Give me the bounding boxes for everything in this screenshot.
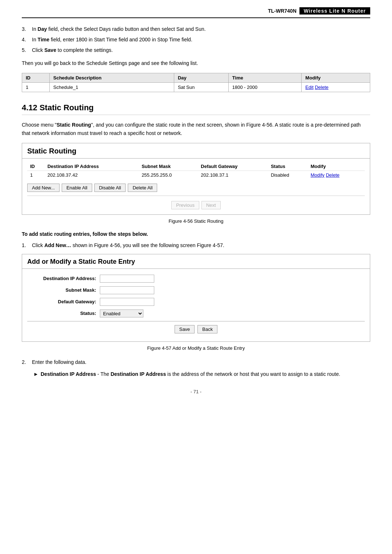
gateway-label: Default Gateway: <box>27 299 100 304</box>
rt-col-dest: Destination IP Address <box>45 162 139 171</box>
header-title: Wireless Lite N Router <box>299 7 370 15</box>
routing-row: 1 202.108.37.42 255.255.255.0 202.108.37… <box>27 171 365 180</box>
figure56-caption: Figure 4-56 Static Routing <box>22 218 370 224</box>
enable-all-button[interactable]: Enable All <box>62 184 92 192</box>
gateway-input[interactable] <box>100 298 154 306</box>
header-model: TL-WR740N <box>268 8 297 14</box>
rt-row-modify: Modify Delete <box>308 171 365 180</box>
rt-row-status: Disabled <box>268 171 308 180</box>
delete-link[interactable]: Delete <box>315 85 328 90</box>
col-modify: Modify <box>302 73 370 83</box>
routing-table: ID Destination IP Address Subnet Mask De… <box>27 162 365 179</box>
status-label: Status: <box>27 311 100 316</box>
dest-ip-input[interactable] <box>100 275 154 283</box>
edit-link[interactable]: Edit <box>305 85 313 90</box>
rt-delete-link[interactable]: Delete <box>326 172 340 178</box>
page-header: TL-WR740N Wireless Lite N Router <box>22 7 370 18</box>
schedule-table: ID Schedule Description Day Time Modify … <box>22 73 370 92</box>
rt-col-gateway: Default Gateway <box>198 162 268 171</box>
next-button[interactable]: Next <box>201 201 221 209</box>
pagination-nav: Previous Next <box>27 199 365 211</box>
bullet-arrow-icon: ► <box>32 370 41 378</box>
status-select[interactable]: Enabled Disabled <box>100 309 143 317</box>
subnet-row: Subnet Mask: <box>27 286 365 294</box>
action-buttons: Add New... Enable All Disable All Delete… <box>27 184 365 192</box>
disable-all-button[interactable]: Disable All <box>94 184 126 192</box>
previous-button[interactable]: Previous <box>171 201 199 209</box>
row-day: Sat Sun <box>174 83 228 92</box>
steps-top-list: 3. In Day field, check the Select Days r… <box>22 25 370 54</box>
row-id: 1 <box>22 83 50 92</box>
row-time: 1800 - 2000 <box>228 83 302 92</box>
row-modify: Edit Delete <box>302 83 370 92</box>
rt-row-gateway: 202.108.37.1 <box>198 171 268 180</box>
step-3: 3. In Day field, check the Select Days r… <box>22 25 370 33</box>
table-row: 1 Schedule_1 Sat Sun 1800 - 2000 Edit De… <box>22 83 370 92</box>
dest-ip-row: Destination IP Address: <box>27 275 365 283</box>
rt-row-id: 1 <box>27 171 45 180</box>
status-row: Status: Enabled Disabled <box>27 309 365 317</box>
form-panel-body: Destination IP Address: Subnet Mask: Def… <box>22 269 370 341</box>
steps-heading: To add static routing entries, follow th… <box>22 231 370 237</box>
save-button[interactable]: Save <box>175 325 195 333</box>
static-routing-panel: Static Routing ID Destination IP Address… <box>22 143 370 215</box>
panel-body: ID Destination IP Address Subnet Mask De… <box>22 159 370 214</box>
col-id: ID <box>22 73 50 83</box>
step-4: 4. In Time field, enter 1800 in Start Ti… <box>22 36 370 44</box>
section-heading: 4.12 Static Routing <box>22 103 370 115</box>
dest-ip-label: Destination IP Address: <box>27 276 100 281</box>
step-1: 1. Click Add New… shown in Figure 4-56, … <box>22 241 370 249</box>
form-panel-title: Add or Modify a Static Route Entry <box>22 254 370 269</box>
rt-row-subnet: 255.255.255.0 <box>139 171 198 180</box>
step-2: 2. Enter the following data. <box>22 358 370 366</box>
page-footer: - 71 - <box>22 389 370 394</box>
rt-col-modify: Modify <box>308 162 365 171</box>
step-5: 5. Click Save to complete the settings. <box>22 46 370 54</box>
step2-text: Enter the following data. <box>32 358 86 366</box>
col-description: Schedule Description <box>49 73 174 83</box>
gateway-row: Default Gateway: <box>27 298 365 306</box>
modify-link[interactable]: Modify <box>311 172 324 178</box>
schedule-intro: Then you will go back to the Schedule Se… <box>22 59 370 67</box>
rt-col-status: Status <box>268 162 308 171</box>
form-buttons: Save Back <box>27 321 365 336</box>
row-description: Schedule_1 <box>49 83 174 92</box>
static-routing-intro: Choose menu "Static Routing", and you ca… <box>22 121 370 137</box>
panel-title: Static Routing <box>22 143 370 159</box>
subnet-label: Subnet Mask: <box>27 287 100 293</box>
delete-all-button[interactable]: Delete All <box>128 184 157 192</box>
back-button[interactable]: Back <box>197 325 217 333</box>
figure57-caption: Figure 4-57 Add or Modify a Static Route… <box>22 345 370 351</box>
add-new-button[interactable]: Add New... <box>27 184 60 192</box>
rt-col-id: ID <box>27 162 45 171</box>
page-number: - 71 - <box>191 389 201 394</box>
subnet-input[interactable] <box>100 286 154 294</box>
col-day: Day <box>174 73 228 83</box>
rt-col-subnet: Subnet Mask <box>139 162 198 171</box>
col-time: Time <box>228 73 302 83</box>
bullet-dest-ip: ► Destination IP Address - The Destinati… <box>32 370 370 378</box>
rt-row-dest: 202.108.37.42 <box>45 171 139 180</box>
add-modify-panel: Add or Modify a Static Route Entry Desti… <box>22 254 370 342</box>
